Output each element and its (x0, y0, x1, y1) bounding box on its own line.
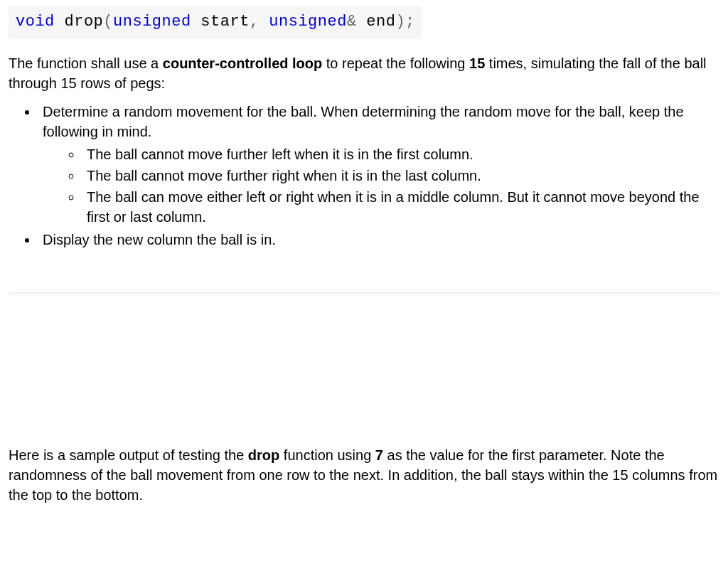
code-snippet: void drop(unsigned start, unsigned& end)… (9, 6, 422, 39)
lparen: ( (103, 13, 113, 31)
bullet-determine-text: Determine a random movement for the ball… (43, 104, 684, 139)
type-unsigned-2: unsigned (269, 13, 347, 31)
sample-paragraph: Here is a sample output of testing the d… (9, 445, 719, 505)
sub-bullet-list: The ball cannot move further left when i… (82, 144, 719, 227)
sub-bullet-right: The ball cannot move further right when … (82, 166, 719, 186)
bullet-display: Display the new column the ball is in. (38, 230, 719, 250)
rparen-semi: ); (395, 13, 414, 31)
main-bullet-list: Determine a random movement for the ball… (38, 102, 719, 250)
sample-text-1: Here is a sample output of testing the (9, 447, 248, 463)
type-unsigned-1: unsigned (113, 13, 191, 31)
ampersand: & (347, 13, 357, 31)
intro-bold-loop: counter-controlled loop (163, 55, 322, 71)
intro-text-2: to repeat the following (322, 55, 469, 71)
sub-bullet-middle: The ball can move either left or right w… (82, 187, 719, 227)
sample-bold-drop: drop (248, 447, 279, 463)
intro-paragraph: The function shall use a counter-control… (9, 53, 719, 93)
intro-text-1: The function shall use a (9, 55, 163, 71)
comma: , (250, 13, 269, 31)
param-start: start (191, 13, 250, 31)
keyword-void: void (16, 13, 55, 31)
intro-bold-15: 15 (469, 55, 485, 71)
section-divider (9, 292, 719, 442)
sample-bold-7: 7 (375, 447, 383, 463)
sub-bullet-left: The ball cannot move further left when i… (82, 144, 719, 164)
sample-text-2: function using (279, 447, 375, 463)
function-name: drop (65, 13, 104, 31)
param-end: end (357, 13, 396, 31)
bullet-determine: Determine a random movement for the ball… (38, 102, 719, 227)
